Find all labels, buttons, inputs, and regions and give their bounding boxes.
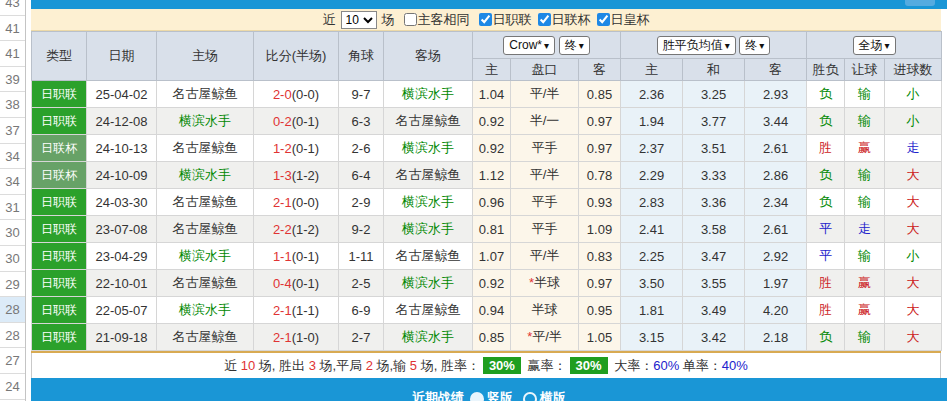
cell-away-team: 名古屋鲸鱼 bbox=[384, 162, 473, 189]
odds-time-select[interactable]: 终▾ bbox=[559, 36, 590, 55]
summary-segment: 场,输 bbox=[373, 357, 410, 375]
subheader-avg-win: 主 bbox=[621, 59, 683, 81]
cell-score: 2-1(1-0) bbox=[254, 324, 339, 351]
cell-avg-win: 2.83 bbox=[621, 189, 683, 216]
league-badge: 日职联 bbox=[32, 243, 87, 270]
match-row[interactable]: 日职联24-03-30名古屋鲸鱼2-1(0-0)2-9横滨水手0.96平手0.9… bbox=[32, 189, 942, 216]
league-badge: 日联杯 bbox=[32, 162, 87, 189]
cell-avg-win: 2.29 bbox=[621, 162, 683, 189]
match-row[interactable]: 日联杯24-10-13名古屋鲸鱼1-2(0-1)2-6横滨水手0.92平手0.9… bbox=[32, 135, 942, 162]
cell-handicap: 半/一 bbox=[511, 108, 579, 135]
cell-result-goals: 小 bbox=[885, 81, 942, 108]
cell-handicap: 平手 bbox=[511, 189, 579, 216]
recent-count-select[interactable]: 10 bbox=[341, 11, 377, 29]
cell-home-team: 名古屋鲸鱼 bbox=[157, 216, 254, 243]
subheader-odds-away: 客 bbox=[579, 59, 621, 81]
column-header-home: 主场 bbox=[157, 32, 254, 81]
bottom-blue-bar: 近期战绩 竖版横版 bbox=[31, 378, 947, 401]
league-filter-日职联[interactable]: 日职联 bbox=[473, 11, 532, 29]
cell-home-team: 横滨水手 bbox=[157, 243, 254, 270]
view-mode-option-横版[interactable]: 横版 bbox=[523, 389, 566, 401]
cell-odds-away: 0.97 bbox=[579, 135, 621, 162]
left-number-gutter: 43414139383734343130302928282724 bbox=[0, 0, 26, 401]
cell-result-wdl: 负 bbox=[807, 324, 845, 351]
cell-result-wdl: 负 bbox=[807, 81, 845, 108]
cell-avg-draw: 3.49 bbox=[683, 297, 745, 324]
cell-result-wdl: 负 bbox=[807, 108, 845, 135]
cell-away-team: 横滨水手 bbox=[384, 324, 473, 351]
cell-away-team: 名古屋鲸鱼 bbox=[384, 297, 473, 324]
same-venue-filter[interactable]: 主客相同 bbox=[398, 11, 470, 29]
cell-avg-lose: 2.92 bbox=[745, 243, 807, 270]
gutter-number: 28 bbox=[0, 323, 25, 349]
cell-odds-away: 0.83 bbox=[579, 243, 621, 270]
summary-segment: 赢率： bbox=[524, 357, 567, 375]
column-header-away: 客场 bbox=[384, 32, 473, 81]
cell-away-team: 名古屋鲸鱼 bbox=[384, 243, 473, 270]
cell-handicap: 平/半 bbox=[511, 81, 579, 108]
match-row[interactable]: 日职联25-04-02名古屋鲸鱼2-0(0-0)9-7横滨水手1.04平/半0.… bbox=[32, 81, 942, 108]
subheader-avg-draw: 和 bbox=[683, 59, 745, 81]
cell-avg-draw: 3.42 bbox=[683, 324, 745, 351]
cell-odds-away: 0.95 bbox=[579, 297, 621, 324]
league-filter-日联杯[interactable]: 日联杯 bbox=[532, 11, 591, 29]
chevron-down-icon: ▾ bbox=[544, 40, 549, 51]
column-header-date: 日期 bbox=[87, 32, 157, 81]
cell-avg-draw: 3.25 bbox=[683, 81, 745, 108]
cell-handicap: 半球 bbox=[511, 297, 579, 324]
subheader-result-wdl: 胜负 bbox=[807, 59, 845, 81]
cell-avg-draw: 3.33 bbox=[683, 162, 745, 189]
cell-handicap: 平手 bbox=[511, 216, 579, 243]
league-checkbox[interactable] bbox=[538, 13, 551, 26]
scope-select[interactable]: 全场▾ bbox=[853, 36, 896, 55]
match-row[interactable]: 日职联22-05-07横滨水手2-1(1-1)6-9名古屋鲸鱼0.94半球0.9… bbox=[32, 297, 942, 324]
cell-result-wdl: 胜 bbox=[807, 270, 845, 297]
league-badge: 日职联 bbox=[32, 189, 87, 216]
cell-result-wdl: 胜 bbox=[807, 297, 845, 324]
filter-bar: 近 10 场 主客相同 日职联日联杯日皇杯 bbox=[31, 9, 941, 31]
radio-icon[interactable] bbox=[470, 392, 484, 401]
league-checkbox[interactable] bbox=[479, 13, 492, 26]
match-row[interactable]: 日职联23-04-29横滨水手1-1(0-1)1-11名古屋鲸鱼1.07平/半0… bbox=[32, 243, 942, 270]
cell-odds-away: 0.97 bbox=[579, 270, 621, 297]
cell-corners: 2-5 bbox=[339, 270, 384, 297]
view-mode-option-竖版[interactable]: 竖版 bbox=[470, 389, 513, 401]
cell-result-wdl: 平 bbox=[807, 243, 845, 270]
league-badge: 日职联 bbox=[32, 297, 87, 324]
cell-avg-draw: 3.51 bbox=[683, 135, 745, 162]
league-filter-日皇杯[interactable]: 日皇杯 bbox=[591, 11, 650, 29]
cell-avg-lose: 2.34 bbox=[745, 189, 807, 216]
recent-suffix-label: 场 bbox=[382, 11, 395, 29]
summary-segment: 大率： bbox=[611, 357, 654, 375]
league-badge: 日职联 bbox=[32, 270, 87, 297]
avg-time-select[interactable]: 终▾ bbox=[739, 36, 770, 55]
cell-odds-home: 1.12 bbox=[473, 162, 511, 189]
cell-date: 24-10-13 bbox=[87, 135, 157, 162]
cell-result-goals: 走 bbox=[885, 135, 942, 162]
radio-icon[interactable] bbox=[523, 392, 537, 401]
cell-odds-away: 0.78 bbox=[579, 162, 621, 189]
cell-avg-draw: 3.58 bbox=[683, 216, 745, 243]
league-badge: 日职联 bbox=[32, 216, 87, 243]
cell-date: 24-10-09 bbox=[87, 162, 157, 189]
cell-avg-win: 2.25 bbox=[621, 243, 683, 270]
recent-prefix-label: 近 bbox=[323, 11, 336, 29]
match-row[interactable]: 日联杯24-10-09横滨水手1-3(1-2)6-4名古屋鲸鱼1.12平/半0.… bbox=[32, 162, 942, 189]
cell-handicap: *平/半 bbox=[511, 324, 579, 351]
odds-source-select[interactable]: Crow*▾ bbox=[503, 36, 555, 55]
cell-result-handicap: 输 bbox=[845, 108, 885, 135]
cell-odds-home: 1.04 bbox=[473, 81, 511, 108]
match-row[interactable]: 日职联22-10-01名古屋鲸鱼0-4(0-1)2-5横滨水手0.92*半球0.… bbox=[32, 270, 942, 297]
league-checkbox[interactable] bbox=[597, 13, 610, 26]
gutter-number: 31 bbox=[0, 195, 25, 221]
cell-home-team: 横滨水手 bbox=[157, 162, 254, 189]
tab-chip-icon[interactable] bbox=[905, 0, 935, 6]
match-row[interactable]: 日职联23-07-08名古屋鲸鱼2-2(1-2)9-2横滨水手0.81平手1.0… bbox=[32, 216, 942, 243]
cell-avg-lose: 3.44 bbox=[745, 108, 807, 135]
match-row[interactable]: 日职联24-12-08横滨水手0-2(0-1)6-3名古屋鲸鱼0.92半/一0.… bbox=[32, 108, 942, 135]
match-row[interactable]: 日职联21-09-18名古屋鲸鱼2-1(1-0)2-7横滨水手0.85*平/半1… bbox=[32, 324, 942, 351]
result-group-header: 全场▾ bbox=[807, 32, 942, 59]
same-venue-checkbox[interactable] bbox=[404, 13, 417, 26]
gutter-number: 30 bbox=[0, 246, 25, 272]
avg-source-select[interactable]: 胜平负均值▾ bbox=[657, 36, 736, 55]
